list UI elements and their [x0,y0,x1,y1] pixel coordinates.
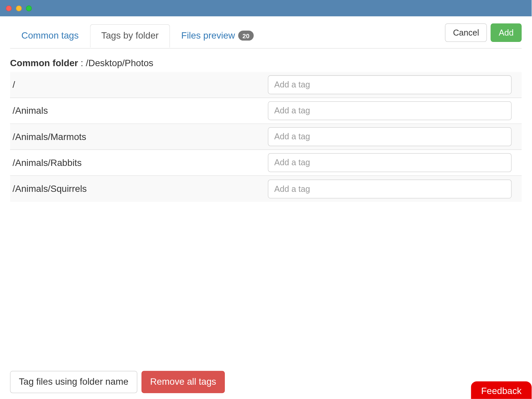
tab-label: Tags by folder [101,31,159,41]
tab-label: Files preview [181,31,235,41]
folder-row: / [10,72,521,98]
folder-rows: / /Animals /Animals/Marmots /Animals/Rab… [10,72,521,202]
remove-all-tags-button[interactable]: Remove all tags [141,371,225,393]
tag-files-using-folder-name-button[interactable]: Tag files using folder name [10,371,137,393]
tag-input[interactable] [268,127,512,146]
common-folder-label: Common folder [10,58,78,68]
folder-row: /Animals/Marmots [10,124,521,150]
folder-row: /Animals/Rabbits [10,150,521,176]
tag-input[interactable] [268,75,512,94]
tab-tags-by-folder[interactable]: Tags by folder [90,24,170,48]
folder-path: /Animals/Squirrels [10,183,268,194]
folder-row: /Animals [10,98,521,124]
tab-common-tags[interactable]: Common tags [10,24,90,48]
cancel-button[interactable]: Cancel [445,24,487,42]
common-folder-separator: : [78,58,86,68]
tab-label: Common tags [21,31,78,41]
close-window-icon[interactable] [6,5,12,11]
tab-bar: Common tags Tags by folder Files preview… [10,24,521,49]
common-folder-path: /Desktop/Photos [86,58,153,68]
folder-path: / [10,79,268,90]
window-titlebar [0,0,532,16]
feedback-button[interactable]: Feedback [471,381,532,399]
folder-path: /Animals/Marmots [10,131,268,142]
tag-input[interactable] [268,101,512,120]
tag-input[interactable] [268,153,512,172]
common-folder-line: Common folder : /Desktop/Photos [10,58,521,69]
add-button[interactable]: Add [491,24,522,42]
tab-files-preview[interactable]: Files preview 20 [170,24,265,48]
folder-path: /Animals/Rabbits [10,157,268,168]
files-preview-count-badge: 20 [238,31,254,41]
folder-path: /Animals [10,105,268,116]
folder-row: /Animals/Squirrels [10,176,521,202]
bottom-action-bar: Tag files using folder name Remove all t… [10,371,225,393]
tag-input[interactable] [268,179,512,198]
minimize-window-icon[interactable] [16,5,22,11]
maximize-window-icon[interactable] [26,5,32,11]
